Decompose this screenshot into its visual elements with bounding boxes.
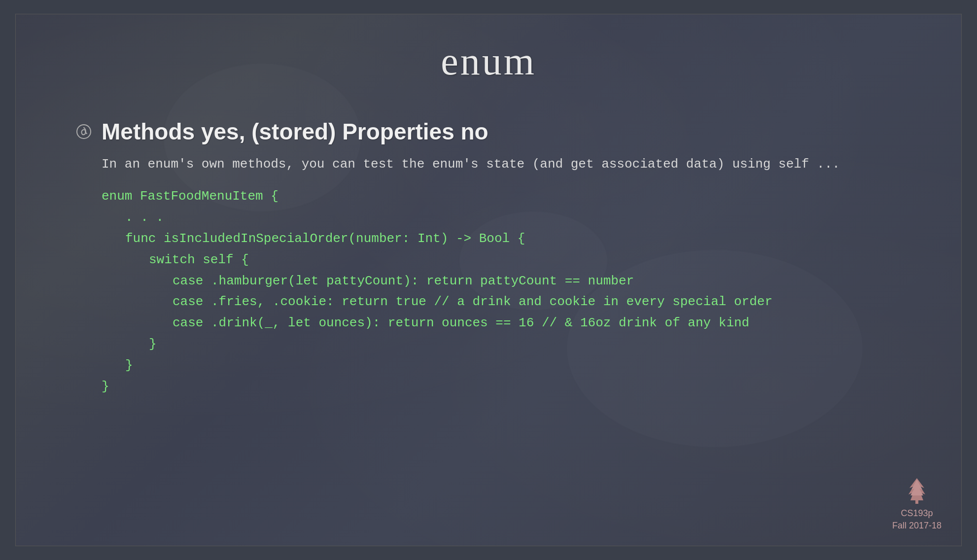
slide: enum Methods yes, (stored) Properties no… (15, 14, 962, 546)
code-line-2: . . . (125, 207, 902, 228)
slide-content: Methods yes, (stored) Properties no In a… (16, 84, 961, 397)
code-line-10: } (102, 376, 902, 397)
svg-marker-4 (910, 480, 923, 495)
code-line-3: func isIncludedInSpecialOrder(number: In… (125, 228, 902, 249)
code-line-8: } (149, 334, 902, 355)
bullet-header: Methods yes, (stored) Properties no (75, 118, 902, 145)
code-line-6: case .fries, .cookie: return true // a d… (173, 291, 902, 313)
svg-point-0 (77, 125, 91, 139)
code-line-7: case .drink(_, let ounces): return ounce… (173, 313, 902, 334)
code-line-9: } (125, 355, 902, 376)
code-line-4: switch self { (149, 249, 902, 271)
logo-area: CS193p Fall 2017-18 (892, 476, 942, 532)
logo-course: CS193p Fall 2017-18 (892, 507, 942, 532)
bullet-icon (75, 123, 93, 140)
slide-title: enum (16, 14, 961, 84)
code-line-5: case .hamburger(let pattyCount): return … (173, 271, 902, 292)
code-line-1: enum FastFoodMenuItem { (102, 186, 902, 207)
bullet-title: Methods yes, (stored) Properties no (102, 118, 488, 145)
description-text: In an enum's own methods, you can test t… (102, 155, 902, 174)
stanford-logo (905, 476, 929, 505)
code-block: enum FastFoodMenuItem { . . . func isInc… (102, 186, 902, 397)
